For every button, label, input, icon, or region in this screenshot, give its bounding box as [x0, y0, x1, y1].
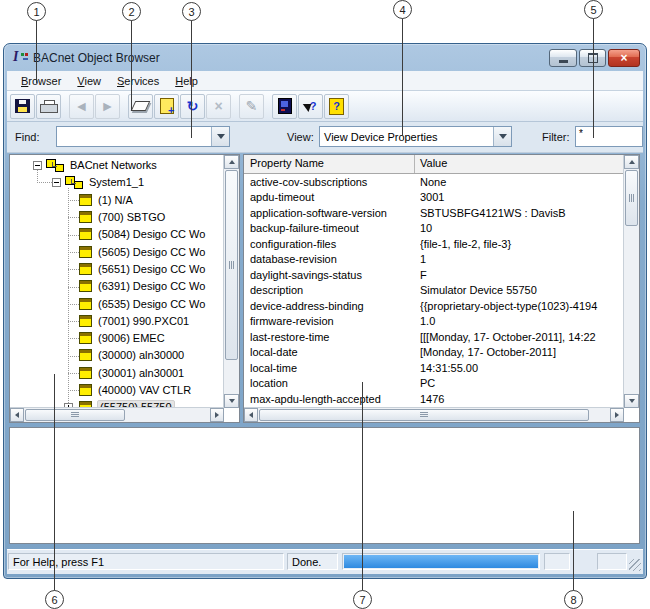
scroll-down-button[interactable]: [224, 394, 239, 408]
tree-item-device[interactable]: (5651) Desigo CC Wo: [10, 262, 239, 278]
tree-item-device[interactable]: (1) N/A: [10, 193, 239, 209]
callout-7-label: 7: [359, 594, 365, 606]
minimize-icon: [559, 60, 568, 63]
title-bar[interactable]: I BACnet Object Browser ×: [7, 46, 643, 71]
progress-bar-track: [342, 553, 540, 570]
column-divider[interactable]: [414, 155, 415, 173]
callout-4: 4: [393, 0, 412, 19]
menu-view[interactable]: View: [69, 73, 109, 89]
property-value: 14:31:55.00: [420, 362, 620, 374]
table-row[interactable]: backup-failure-timeout10: [244, 222, 624, 237]
table-row[interactable]: configuration-files{file-1, file-2, file…: [244, 238, 624, 253]
scroll-thumb[interactable]: [259, 409, 589, 421]
tree-item-device[interactable]: (7001) 990.PXC01: [10, 314, 239, 330]
tree-item-device[interactable]: (700) SBTGO: [10, 210, 239, 226]
scroll-down-button[interactable]: [624, 394, 639, 408]
tree-item-device[interactable]: (5084) Desigo CC Wo: [10, 227, 239, 243]
output-panel[interactable]: [9, 427, 640, 544]
table-row[interactable]: active-cov-subscriptionsNone: [244, 176, 624, 191]
scroll-up-button[interactable]: [224, 155, 239, 169]
find-combobox[interactable]: [56, 126, 230, 147]
tree-item-label: (5605) Desigo CC Wo: [98, 246, 205, 258]
property-vertical-scrollbar[interactable]: [623, 155, 639, 408]
filter-value: *: [579, 128, 583, 139]
scroll-left-button[interactable]: [10, 408, 24, 422]
filter-label: Filter:: [542, 131, 570, 143]
tree-item-device[interactable]: (9006) EMEC: [10, 331, 239, 347]
table-row[interactable]: local-date[Monday, 17- October-2011]: [244, 346, 624, 361]
back-button[interactable]: ◄: [69, 94, 94, 119]
collapse-toggle[interactable]: [33, 161, 42, 170]
scroll-right-button[interactable]: [210, 408, 224, 422]
tree-item-system1-1[interactable]: System1_1: [10, 175, 239, 191]
network-icon: [46, 159, 66, 172]
scroll-thumb[interactable]: [25, 409, 125, 421]
view-value: View Device Properties: [320, 131, 493, 143]
column-header-value[interactable]: Value: [420, 157, 447, 169]
tree-item-bacnet-networks[interactable]: BACnet Networks: [10, 158, 239, 174]
app-icon-dot-green: [21, 53, 24, 56]
delete-button[interactable]: ×: [206, 94, 231, 119]
table-row[interactable]: local-time14:31:55.00: [244, 362, 624, 377]
scroll-right-button[interactable]: [610, 408, 624, 422]
property-horizontal-scrollbar[interactable]: [244, 407, 624, 422]
print-button[interactable]: [36, 94, 61, 119]
refresh-button[interactable]: ↻: [180, 94, 205, 119]
save-button[interactable]: [10, 94, 35, 119]
menu-help-accel: H: [175, 75, 183, 87]
add-object-button[interactable]: +: [154, 94, 179, 119]
device-icon: [79, 246, 92, 258]
menu-services[interactable]: Services: [109, 73, 167, 89]
tree-item-device[interactable]: (30001) aln30001: [10, 366, 239, 382]
table-row[interactable]: firmware-revision1.0: [244, 315, 624, 330]
menu-help[interactable]: Help: [167, 73, 206, 89]
tree-item-label: (6535) Desigo CC Wo: [98, 298, 205, 310]
tree-item-device[interactable]: (40000) VAV CTLR: [10, 383, 239, 399]
forward-button[interactable]: ►: [95, 94, 120, 119]
tree-item-device[interactable]: (30000) aln30000: [10, 348, 239, 364]
table-row[interactable]: daylight-savings-statusF: [244, 269, 624, 284]
find-dropdown-button[interactable]: [211, 127, 229, 146]
tree-item-device[interactable]: (6535) Desigo CC Wo: [10, 297, 239, 313]
tree-horizontal-scrollbar[interactable]: [10, 407, 224, 422]
tree-item-device[interactable]: (5605) Desigo CC Wo: [10, 245, 239, 261]
tree-item-label: (7001) 990.PXC01: [98, 315, 189, 327]
close-button[interactable]: ×: [608, 49, 640, 67]
table-row[interactable]: max-apdu-length-accepted1476: [244, 393, 624, 408]
leader-line-5: [593, 17, 594, 138]
scroll-thumb[interactable]: [225, 170, 238, 360]
scroll-up-button[interactable]: [624, 155, 639, 169]
arrow-up-icon: [229, 160, 235, 164]
status-done-text: Done.: [292, 556, 321, 568]
table-row[interactable]: descriptionSimulator Device 55750: [244, 284, 624, 299]
edit-button[interactable]: ✎: [239, 94, 264, 119]
table-row[interactable]: last-restore-time[[[Monday, 17- October-…: [244, 331, 624, 346]
table-row[interactable]: apdu-timeout3001: [244, 191, 624, 206]
column-header-property-name[interactable]: Property Name: [250, 157, 324, 169]
property-value: 1.0: [420, 315, 620, 327]
add-page-icon: +: [160, 98, 174, 114]
table-row[interactable]: application-software-versionSBTUSBFG4121…: [244, 207, 624, 222]
tree-vertical-scrollbar[interactable]: [223, 155, 239, 408]
app-icon-letter: I: [13, 50, 18, 64]
table-row[interactable]: device-address-binding{{proprietary-obje…: [244, 300, 624, 315]
collapse-toggle[interactable]: [52, 178, 61, 187]
resize-grip[interactable]: [629, 559, 641, 571]
table-row[interactable]: database-revision1: [244, 253, 624, 268]
pencil-icon: ✎: [246, 99, 258, 113]
scroll-left-button[interactable]: [244, 408, 258, 422]
filter-input[interactable]: *: [575, 126, 643, 147]
minimize-button[interactable]: [549, 49, 577, 67]
view-combobox[interactable]: View Device Properties: [319, 126, 512, 147]
menu-browser[interactable]: Browser: [13, 73, 69, 89]
context-help-button[interactable]: ?: [298, 94, 323, 119]
property-name: apdu-timeout: [250, 191, 314, 203]
device-tool-button[interactable]: [272, 94, 297, 119]
view-dropdown-button[interactable]: [493, 127, 511, 146]
help-button[interactable]: ?: [324, 94, 349, 119]
scroll-thumb[interactable]: [625, 170, 638, 226]
eraser-icon: [131, 101, 151, 111]
table-row[interactable]: locationPC: [244, 377, 624, 392]
tree-item-device[interactable]: (6391) Desigo CC Wo: [10, 279, 239, 295]
callout-6: 6: [45, 590, 64, 609]
